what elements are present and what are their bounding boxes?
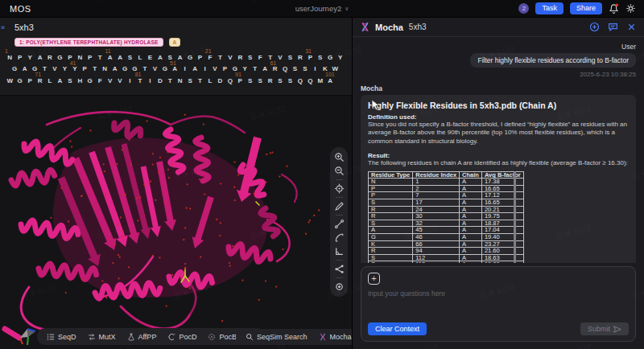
assistant-label: Mocha — [361, 84, 636, 92]
table-row: A45A17.04 — [369, 227, 524, 234]
table-scrollbar[interactable] — [514, 171, 516, 263]
app-logo: MOS — [10, 4, 31, 14]
pencil-icon[interactable] — [334, 201, 345, 211]
notifications-bell-icon[interactable] — [609, 3, 619, 14]
molecule-badge[interactable]: 1: POLY(ETHYLENE TEREPHTHALATE) HYDROLAS… — [14, 38, 163, 47]
mutation-icon — [88, 333, 96, 341]
project-name: userJourney2 — [295, 4, 342, 13]
user-label: User — [361, 43, 636, 51]
axes-gizmo[interactable] — [18, 325, 37, 347]
tool-seqd-button[interactable]: SeqD — [42, 331, 81, 343]
app-root: MOS userJourney2 ∨ 2 Task Share » 5xh3 1… — [0, 0, 644, 349]
chat-input-area: + Input your questions here Clear Contex… — [361, 266, 636, 342]
table-row: P2A16.65 — [369, 185, 524, 192]
tool-affpp-button[interactable]: AffPP — [122, 331, 162, 343]
chevron-down-icon: ∨ — [345, 6, 349, 12]
structure-panel: » 5xh3 1: POLY(ETHYLENE TEREPHTHALATE) H… — [0, 18, 352, 349]
zoom-out-icon[interactable] — [334, 166, 345, 176]
pocket-detect-icon — [208, 333, 216, 341]
rail-separator — [336, 277, 343, 278]
search-icon — [246, 333, 254, 341]
sequence-panel: » 5xh3 1: POLY(ETHYLENE TEREPHTHALATE) H… — [0, 18, 352, 96]
table-row: N1A17.38 — [369, 179, 524, 186]
protein-structure — [0, 96, 352, 349]
tools-dock: SeqD MutX AffPP PocD PocBD — [37, 328, 266, 345]
new-chat-icon[interactable] — [589, 22, 600, 32]
chat-input[interactable]: Input your questions here — [368, 289, 629, 309]
table-row: R24A20.21 — [369, 206, 524, 213]
rail-separator — [336, 197, 343, 198]
definition-label: Definition used: — [368, 113, 629, 121]
chat-header-actions — [589, 22, 637, 32]
chat-title: Mocha — [375, 23, 403, 32]
table-row: S112A18.63 — [369, 254, 524, 261]
chat-panel: Mocha 5xh3 User Filter highly flexible r… — [352, 18, 644, 349]
task-button[interactable]: Task — [535, 2, 564, 14]
chat-input-footer: Clear Context Submit — [368, 322, 629, 335]
clear-context-button[interactable]: Clear Context — [368, 322, 427, 335]
table-row: K66A23.27 — [369, 240, 524, 248]
table-row: R30A19.75 — [369, 213, 524, 220]
measure-angle-icon[interactable] — [334, 246, 345, 257]
structure-title: 5xh3 — [14, 23, 34, 32]
collapse-panel-icon[interactable]: » — [1, 23, 4, 31]
measure-arc-icon[interactable] — [334, 232, 345, 243]
chat-subtitle: 5xh3 — [409, 23, 427, 31]
tool-mutx-button[interactable]: MutX — [83, 331, 121, 343]
sequence-row[interactable]: GAGTVY41YPTNAGGTVG51AIAIVPGYTA61RQSSIKW — [5, 61, 349, 73]
sequence-rows[interactable]: 1NPYARGPNPT11AASLEASAGP21FTVRSFTVSR31PSG… — [5, 49, 349, 84]
top-bar-actions: 2 Task Share — [518, 2, 636, 14]
definition-text: Since you did not specify a B-factor thr… — [368, 121, 629, 146]
chat-history-icon[interactable] — [608, 22, 618, 32]
affinity-icon — [127, 333, 135, 341]
table-row: S113A19.80 — [369, 261, 524, 263]
viewer-tool-rail — [330, 147, 348, 297]
chat-header: Mocha 5xh3 — [353, 18, 644, 37]
result-text: The following residues in chain A are id… — [368, 159, 629, 167]
sequence-row[interactable]: 1NPYARGPNPT11AASLEASAGP21FTVRSFTVSR31PSG… — [5, 49, 349, 61]
zoom-in-icon[interactable] — [334, 152, 345, 162]
project-switcher[interactable]: userJourney2 ∨ — [295, 4, 349, 13]
record-icon[interactable] — [334, 281, 345, 292]
table-row: S32A18.87 — [369, 220, 524, 227]
user-message-bubble: Filter highly flexible residues accordin… — [470, 53, 636, 68]
dna-icon — [360, 22, 370, 32]
mocha-tool-button[interactable]: Mocha — [314, 331, 352, 343]
measure-distance-icon[interactable] — [334, 219, 345, 229]
settings-gear-icon[interactable] — [625, 3, 636, 14]
pocket-icon — [167, 333, 175, 341]
send-icon — [613, 326, 621, 333]
submit-button[interactable]: Submit — [580, 322, 629, 335]
entity-badges: 1: POLY(ETHYLENE TEREPHTHALATE) HYDROLAS… — [14, 38, 180, 47]
numbered-list-icon — [47, 333, 55, 341]
viewer-3d[interactable]: SeqD MutX AffPP PocD PocBD — [0, 96, 352, 349]
seqsim-search-button[interactable]: SeqSim Search — [241, 331, 312, 343]
tool-pocd-button[interactable]: PocD — [163, 331, 201, 343]
attach-plus-button[interactable]: + — [368, 273, 380, 285]
center-view-icon[interactable] — [334, 183, 345, 194]
assistant-message-card: Highly Flexible Residues in 5xh3.pdb (Ch… — [361, 95, 636, 263]
rail-separator — [336, 179, 343, 180]
avatar[interactable]: 2 — [518, 3, 529, 14]
result-heading: Highly Flexible Residues in 5xh3.pdb (Ch… — [368, 101, 629, 110]
rail-separator — [336, 215, 343, 216]
message-timestamp: 2025-6-23 10:38:25 — [361, 71, 636, 78]
share-button[interactable]: Share — [570, 2, 602, 14]
table-row: S17A16.65 — [369, 199, 524, 206]
dna-icon — [319, 333, 327, 341]
chat-messages[interactable]: User Filter highly flexible residues acc… — [353, 37, 644, 263]
top-bar: MOS userJourney2 ∨ 2 Task Share — [0, 0, 644, 18]
table-row: G46A19.40 — [369, 233, 524, 240]
bfactor-table: Residue TypeResidue IndexChainAvg B-fact… — [368, 171, 524, 263]
table-row: P7A17.12 — [369, 192, 524, 199]
close-icon[interactable] — [626, 22, 637, 32]
search-dock: SeqSim Search Mocha — [236, 329, 352, 345]
table-row: R94A21.60 — [369, 248, 524, 255]
result-label: Result: — [368, 152, 629, 159]
share-nodes-icon[interactable] — [334, 264, 345, 274]
bfactor-table-wrapper[interactable]: Residue TypeResidue IndexChainAvg B-fact… — [368, 171, 516, 263]
sequence-row[interactable]: WGP71RLASHGFVVI81TIDTNSTLDQ91PSSRSSQQM10… — [5, 72, 349, 84]
chain-badge[interactable]: A — [169, 38, 181, 47]
rail-separator — [336, 260, 343, 261]
